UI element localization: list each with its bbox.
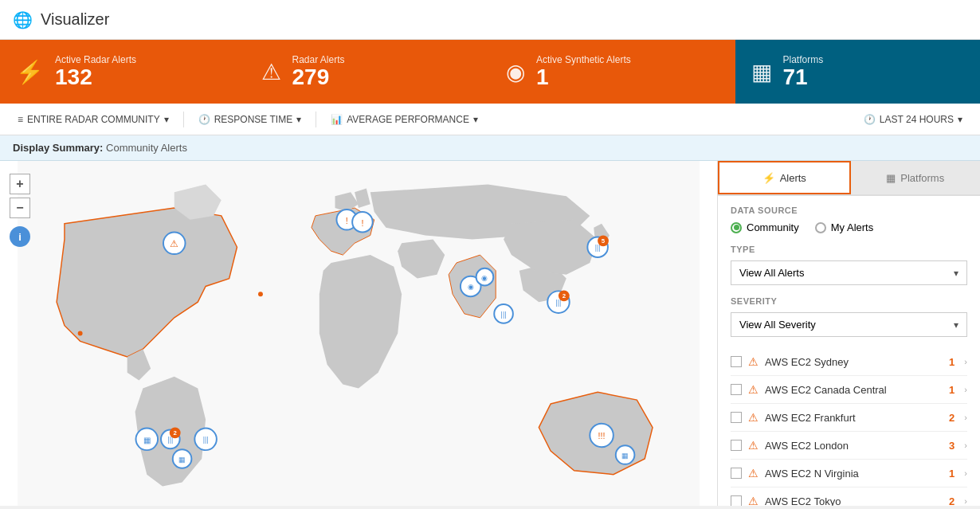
- alert-item: ⚠ AWS EC2 London 3 ›: [731, 432, 967, 460]
- alert-checkbox-1[interactable]: [731, 384, 742, 395]
- alert-chevron-3[interactable]: ›: [964, 440, 967, 450]
- alert-item: ⚠ AWS EC2 Sydney 1 ›: [731, 348, 967, 376]
- alert-marker-na2: ▦: [136, 429, 159, 451]
- app-title: Visualizer: [41, 10, 109, 29]
- alert-chevron-5[interactable]: ›: [964, 496, 967, 506]
- performance-label: AVERAGE PERFORMANCE: [347, 114, 469, 125]
- platforms-tab-label: Platforms: [900, 172, 944, 184]
- community-radio[interactable]: Community: [731, 221, 799, 233]
- alert-checkbox-0[interactable]: [731, 356, 742, 367]
- type-dropdown[interactable]: View All Alerts ▾: [731, 260, 967, 285]
- alert-checkbox-3[interactable]: [731, 440, 742, 451]
- alert-marker-aus: !!!: [590, 424, 613, 448]
- svg-text:!!!: !!!: [598, 431, 606, 440]
- response-time-chevron: ▾: [296, 114, 301, 125]
- svg-text:◉: ◉: [481, 274, 488, 282]
- alert-marker-aus2: ▦: [616, 445, 635, 464]
- alert-count-5: 2: [949, 495, 955, 507]
- radar-alerts-card[interactable]: ⚠ Radar Alerts 279: [245, 40, 491, 104]
- panel-content: DATA SOURCE Community My Alerts TYPE Vie…: [718, 196, 980, 506]
- zoom-out-button[interactable]: −: [10, 198, 30, 218]
- alert-marker-na1: ⚠: [163, 233, 186, 255]
- performance-icon: 📊: [331, 114, 343, 125]
- active-radar-label: Active Radar Alerts: [55, 54, 136, 65]
- alert-marker-sa: |||: [494, 304, 513, 323]
- small-dot-1: [78, 331, 83, 336]
- alert-name-5: AWS EC2 Tokyo: [765, 495, 943, 507]
- active-synthetic-label: Active Synthetic Alerts: [536, 54, 631, 65]
- time-range-btn[interactable]: 🕐 LAST 24 HOURS ▾: [856, 110, 970, 129]
- alert-chevron-4[interactable]: ›: [964, 468, 967, 478]
- svg-text:5: 5: [602, 237, 606, 245]
- type-dropdown-arrow: ▾: [954, 268, 958, 279]
- alert-count-0: 1: [949, 356, 955, 368]
- severity-dropdown[interactable]: View All Severity ▾: [731, 312, 967, 337]
- active-synthetic-icon: ◉: [506, 59, 525, 85]
- active-radar-card[interactable]: ⚡ Active Radar Alerts 132: [0, 40, 245, 104]
- my-alerts-radio[interactable]: My Alerts: [815, 221, 873, 233]
- tab-alerts[interactable]: ⚡ Alerts: [718, 161, 851, 194]
- alert-marker-na4: |||: [194, 429, 217, 451]
- alert-count-1: 1: [949, 384, 955, 396]
- svg-text:2: 2: [174, 429, 178, 437]
- svg-text:|||: |||: [501, 311, 507, 319]
- response-time-label: RESPONSE TIME: [214, 114, 292, 125]
- zoom-in-button[interactable]: +: [10, 174, 30, 194]
- radar-alerts-icon: ⚠: [261, 59, 281, 85]
- community-filter-icon: ≡: [18, 114, 23, 125]
- alert-count-2: 2: [949, 412, 955, 424]
- alert-item: ⚠ AWS EC2 Canada Central 1 ›: [731, 376, 967, 404]
- community-filter-btn[interactable]: ≡ ENTIRE RADAR COMMUNITY ▾: [10, 110, 177, 129]
- svg-text:!: !: [361, 218, 363, 228]
- alert-chevron-2[interactable]: ›: [964, 413, 967, 422]
- alert-warning-icon-1: ⚠: [748, 383, 759, 396]
- alerts-tab-label: Alerts: [780, 172, 806, 184]
- platforms-card[interactable]: ▦ Platforms 71: [735, 40, 981, 104]
- svg-text:|||: |||: [203, 436, 209, 444]
- community-radio-dot: [731, 222, 742, 233]
- alert-name-3: AWS EC2 London: [765, 440, 943, 452]
- map-area: + − i: [0, 161, 717, 506]
- alert-checkbox-2[interactable]: [731, 412, 742, 423]
- svg-text:⚠: ⚠: [170, 238, 178, 249]
- alert-checkbox-5[interactable]: [731, 495, 742, 506]
- performance-btn[interactable]: 📊 AVERAGE PERFORMANCE ▾: [323, 110, 486, 129]
- platforms-label: Platforms: [783, 54, 824, 65]
- active-radar-icon: ⚡: [16, 59, 44, 85]
- alert-warning-icon-2: ⚠: [748, 411, 759, 424]
- svg-text:▦: ▦: [143, 436, 151, 444]
- my-alerts-radio-dot: [815, 222, 826, 233]
- platforms-tab-icon: ▦: [886, 172, 896, 184]
- alert-chevron-0[interactable]: ›: [964, 357, 967, 366]
- svg-text:!: !: [346, 216, 348, 225]
- panel-tabs: ⚡ Alerts ▦ Platforms: [718, 161, 980, 196]
- alert-name-0: AWS EC2 Sydney: [765, 356, 943, 368]
- svg-text:▦: ▦: [178, 456, 186, 464]
- map-controls: + − i: [10, 174, 30, 247]
- community-filter-chevron: ▾: [164, 114, 169, 125]
- tab-platforms[interactable]: ▦ Platforms: [851, 161, 981, 194]
- active-radar-value: 132: [55, 65, 136, 90]
- active-synthetic-content: Active Synthetic Alerts 1: [536, 54, 631, 90]
- right-panel: ⚡ Alerts ▦ Platforms DATA SOURCE Communi…: [717, 161, 980, 506]
- platforms-content: Platforms 71: [783, 54, 824, 90]
- alert-checkbox-4[interactable]: [731, 468, 742, 479]
- map-info-button[interactable]: i: [10, 226, 30, 247]
- active-synthetic-card[interactable]: ◉ Active Synthetic Alerts 1: [490, 40, 735, 104]
- response-time-btn[interactable]: 🕐 RESPONSE TIME ▾: [190, 110, 309, 129]
- radar-alerts-label: Radar Alerts: [292, 54, 345, 65]
- svg-text:|||: |||: [555, 299, 561, 307]
- community-radio-label: Community: [747, 221, 799, 233]
- alert-count-4: 1: [949, 468, 955, 480]
- data-source-radio-group: Community My Alerts: [731, 221, 967, 233]
- alert-warning-icon-3: ⚠: [748, 439, 759, 452]
- toolbar-sep-1: [183, 112, 184, 127]
- data-source-label: DATA SOURCE: [731, 206, 967, 215]
- active-radar-content: Active Radar Alerts 132: [55, 54, 136, 90]
- response-time-icon: 🕐: [198, 114, 210, 125]
- alert-marker-na5: ▦: [173, 449, 192, 468]
- alert-count-3: 3: [949, 440, 955, 452]
- display-summary-value: Community Alerts: [106, 142, 187, 154]
- my-alerts-radio-label: My Alerts: [831, 221, 873, 233]
- alert-chevron-1[interactable]: ›: [964, 385, 967, 394]
